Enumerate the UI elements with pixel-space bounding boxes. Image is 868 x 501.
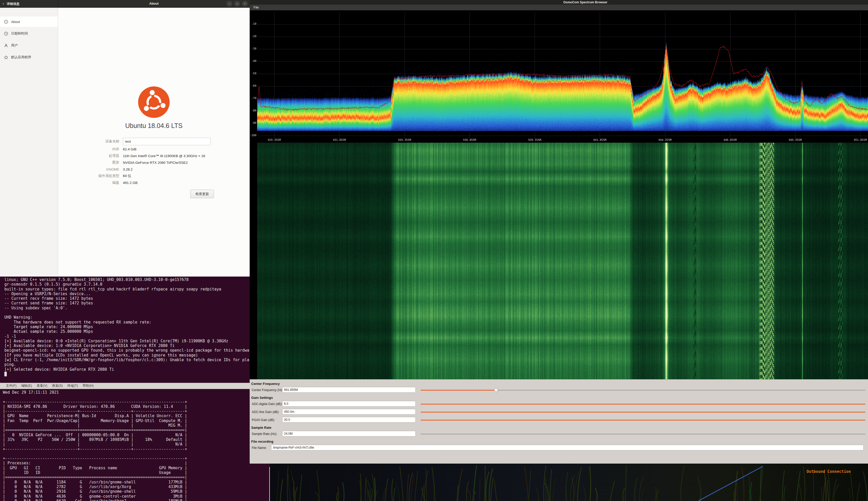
conky-outbound-label: Outbound Connection bbox=[807, 469, 851, 474]
headerbar-left: ‹ 详细信息 bbox=[0, 0, 58, 8]
about-row: 内存62.4 GiB bbox=[58, 146, 250, 152]
sidebar-item-about[interactable]: About bbox=[0, 17, 58, 27]
db-axis-label: -60 bbox=[250, 84, 257, 87]
freq-axis-label: 934.355M bbox=[396, 138, 414, 141]
terminal-menu-item[interactable]: 终端(T) bbox=[65, 384, 80, 388]
window-title-left: 详细信息 bbox=[7, 2, 20, 6]
about-row: 处理器11th Gen Intel® Core™ i9-11900KB @ 3.… bbox=[58, 152, 250, 159]
field-value: 11th Gen Intel® Core™ i9-11900KB @ 3.30G… bbox=[123, 154, 205, 158]
sidebar-item-datetime[interactable]: 日期和时间 bbox=[0, 28, 58, 39]
device-name-input[interactable] bbox=[123, 138, 211, 145]
screen: Outbound Connection 文件(F)编辑(E)查看(V)搜索(S)… bbox=[0, 0, 868, 501]
menubar: File bbox=[250, 4, 868, 10]
adc-fine-gain-slider[interactable] bbox=[421, 408, 866, 416]
adc-digital-gain-input[interactable] bbox=[282, 401, 416, 407]
slider-fill bbox=[421, 404, 866, 405]
db-axis-label: -20 bbox=[250, 34, 257, 38]
slider-fill bbox=[421, 412, 866, 413]
check-updates-button[interactable]: 检查更新 bbox=[190, 190, 214, 198]
terminal-menu-item[interactable]: 查看(V) bbox=[34, 384, 50, 388]
menu-file[interactable]: File bbox=[251, 6, 261, 9]
control-row-sample-rate: Sample Rate (Hz): bbox=[250, 430, 868, 438]
field-label: 操作系统类型 bbox=[58, 174, 119, 178]
waterfall-display bbox=[257, 143, 868, 379]
control-row-pga0-gain: PGA0 Gain (dB): bbox=[250, 416, 868, 424]
about-row: 设备名称 bbox=[58, 137, 250, 146]
terminal-menu-item[interactable]: 帮助(H) bbox=[80, 384, 96, 388]
terminal-output: linux; GNU C++ version 7.5.0; Boost_1065… bbox=[0, 277, 250, 376]
close-button[interactable]: × bbox=[242, 1, 248, 7]
about-row: GNOME3.28.2 bbox=[58, 166, 250, 173]
window-title: OsmoCom Spectrum Browser bbox=[563, 0, 607, 4]
fosphor-spectrum-display bbox=[257, 10, 868, 143]
terminal-menu-item[interactable]: 编辑(E) bbox=[19, 384, 34, 388]
db-axis-label: -10 bbox=[250, 22, 257, 25]
slider-handle[interactable] bbox=[494, 388, 498, 392]
db-axis-label: -30 bbox=[250, 47, 257, 50]
adc-digital-gain-slider[interactable] bbox=[421, 400, 866, 408]
control-row-adc-fine-gain: ADC-fine Gain (dB): bbox=[250, 408, 868, 416]
field-value: 3.28.2 bbox=[123, 168, 133, 171]
adc-fine-gain-input[interactable] bbox=[282, 409, 416, 415]
control-label: ADC-digital Gain (dB): bbox=[252, 402, 282, 406]
control-label: ADC-fine Gain (dB): bbox=[252, 410, 279, 414]
sidebar-item-label: 用户 bbox=[11, 43, 18, 48]
about-row: 操作系统类型64 位 bbox=[58, 173, 250, 179]
freq-axis-label: 939.355M bbox=[526, 138, 544, 141]
slider-fill bbox=[421, 390, 496, 391]
pga0-gain-slider[interactable] bbox=[421, 416, 866, 424]
sidebar-item-users[interactable]: 用户 bbox=[0, 40, 58, 51]
field-value: NVIDIA GeForce RTX 2080 Ti/PCIe/SSE2 bbox=[123, 161, 188, 164]
sample-rate-slider[interactable] bbox=[421, 430, 866, 438]
ubuntu-logo-icon bbox=[138, 86, 170, 118]
file-name-input[interactable] bbox=[271, 445, 864, 450]
slider-fill bbox=[421, 420, 866, 420]
terminal-menu-item[interactable]: 搜索(S) bbox=[50, 384, 65, 388]
minimize-button[interactable]: − bbox=[227, 1, 232, 7]
freq-axis-label: 931.855M bbox=[330, 138, 348, 141]
field-value: 62.4 GiB bbox=[123, 147, 137, 151]
field-label: 图形 bbox=[58, 160, 119, 165]
freq-axis-label: 944.355M bbox=[656, 138, 674, 141]
about-row: 图形NVIDIA GeForce RTX 2080 Ti/PCIe/SSE2 bbox=[58, 159, 250, 166]
terminal-window-gnuradio: linux; GNU C++ version 7.5.0; Boost_1065… bbox=[0, 277, 250, 383]
center-frequency-input[interactable] bbox=[282, 387, 416, 393]
db-axis-label: -100 bbox=[250, 134, 257, 137]
freq-axis-label: 929.355M bbox=[265, 138, 283, 141]
headerbar-right: About −□× bbox=[58, 0, 250, 8]
field-label: 磁盘 bbox=[58, 180, 119, 185]
wallpaper-reeds bbox=[270, 463, 868, 501]
section-title: File recording bbox=[251, 440, 868, 444]
terminal-output: Wed Dec 29 17:11:11 2021 +--------------… bbox=[0, 389, 270, 501]
distro-name: Ubuntu 18.04.6 LTS bbox=[58, 122, 250, 129]
pga0-gain-input[interactable] bbox=[282, 417, 416, 423]
freq-axis-label: 946.855M bbox=[721, 138, 739, 141]
headerbar: ‹ 详细信息 About −□× bbox=[0, 0, 250, 8]
sidebar-item-default-apps[interactable]: 默认应用程序 bbox=[0, 52, 58, 62]
field-value: 64 位 bbox=[123, 174, 131, 178]
freq-axis-label: 951.855M bbox=[851, 138, 868, 141]
sidebar-item-label: About bbox=[11, 20, 20, 24]
info-icon bbox=[4, 20, 8, 24]
control-label: File Name: bbox=[252, 446, 267, 450]
sample-rate-input[interactable] bbox=[282, 431, 416, 437]
spectrum-browser-window: OsmoCom Spectrum Browser File -10-20-30-… bbox=[250, 0, 868, 463]
db-axis-label: -70 bbox=[250, 96, 257, 99]
control-row-adc-digital-gain: ADC-digital Gain (dB): bbox=[250, 400, 868, 408]
slider-track bbox=[421, 434, 866, 435]
control-label: Sample Rate (Hz): bbox=[252, 432, 277, 436]
center-frequency-slider[interactable] bbox=[421, 386, 866, 394]
freq-axis-label: 936.855M bbox=[461, 138, 479, 141]
user-icon bbox=[4, 43, 8, 48]
db-axis-label: -50 bbox=[250, 72, 257, 75]
maximize-button[interactable]: □ bbox=[234, 1, 240, 7]
about-fields: 设备名称内存62.4 GiB处理器11th Gen Intel® Core™ i… bbox=[58, 137, 250, 186]
back-button[interactable]: ‹ bbox=[2, 1, 4, 6]
terminal-menu-item[interactable]: 文件(F) bbox=[3, 384, 19, 388]
terminal-window-edge bbox=[269, 467, 270, 501]
button-row: 检查更新 bbox=[190, 190, 250, 198]
settings-sidebar: About日期和时间用户默认应用程序 bbox=[0, 8, 58, 277]
freq-axis-label: 949.355M bbox=[786, 138, 804, 141]
page-title: About bbox=[149, 2, 158, 6]
titlebar[interactable]: OsmoCom Spectrum Browser bbox=[250, 0, 868, 4]
